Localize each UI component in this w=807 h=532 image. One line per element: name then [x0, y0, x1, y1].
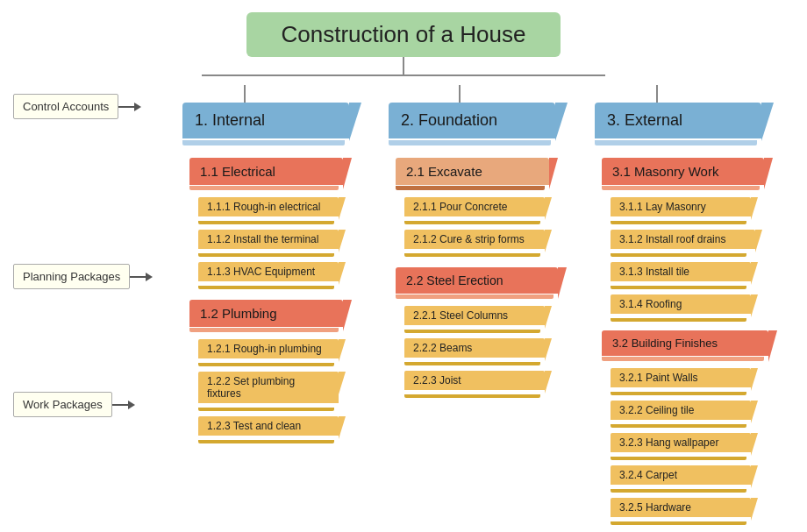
- pp-arrow: [130, 273, 153, 281]
- wp-steel-1: 2.2.1 Steel Columns: [404, 306, 545, 325]
- col-top-connector-3: [656, 85, 658, 103]
- wp-building-4: 3.2.4 Carpet: [611, 465, 751, 485]
- diagram-area: Control Accounts Planning Packages Work …: [0, 85, 807, 530]
- labels-column: Control Accounts Planning Packages Work …: [13, 85, 175, 530]
- control-accounts-row: Control Accounts: [13, 94, 141, 119]
- wp-building-1: 3.2.1 Paint Walls: [611, 368, 751, 387]
- pp-header-building: 3.2 Building Finishes: [602, 330, 768, 356]
- col-foundation: 2. Foundation 2.1 Excavate 2.1.1 Pour Co…: [382, 85, 588, 530]
- col-external: 3. External 3.1 Masonry Work 3.1.1 Lay M…: [588, 85, 794, 530]
- title-connector: [403, 57, 404, 74]
- ca-header-external: 3. External: [595, 103, 761, 138]
- col-top-connector: [244, 85, 246, 103]
- wp-plumbing-3: 1.2.3 Test and clean: [198, 416, 339, 436]
- col-internal: 1. Internal 1.1 Electrical 1.1.1 Rough-i…: [175, 85, 382, 530]
- wp-steel-3: 2.2.3 Joist: [404, 371, 545, 390]
- work-packages-row: Work Packages: [13, 392, 135, 417]
- ca-arrow: [118, 103, 141, 111]
- pp-header-masonry: 3.1 Masonry Work: [602, 158, 764, 185]
- title-text: Construction of a House: [282, 21, 526, 47]
- title-box: Construction of a House: [246, 12, 561, 57]
- title-area: Construction of a House: [0, 0, 807, 76]
- wp-excavate-2: 2.1.2 Cure & strip forms: [404, 230, 545, 249]
- wp-building-5: 3.2.5 Hardware: [611, 498, 751, 517]
- ca-header-foundation: 2. Foundation: [389, 103, 555, 138]
- wp-plumbing-2: 1.2.2 Set plumbing fixtures: [198, 372, 339, 403]
- planning-packages-box: Planning Packages: [13, 264, 130, 289]
- wp-arrow: [112, 401, 135, 409]
- top-h-line: [202, 74, 605, 76]
- col-top-connector-2: [459, 85, 461, 103]
- pp-header-excavate: 2.1 Excavate: [396, 158, 549, 185]
- wp-electrical-1: 1.1.1 Rough-in electrical: [198, 197, 339, 216]
- pp-header-electrical: 1.1 Electrical: [189, 158, 343, 185]
- wp-building-2: 3.2.2 Ceiling tile: [611, 401, 751, 420]
- wp-masonry-3: 3.1.3 Install tile: [611, 262, 751, 281]
- wp-building-3: 3.2.3 Hang wallpaper: [611, 433, 751, 452]
- ca-header-internal: 1. Internal: [182, 103, 349, 138]
- wp-electrical-2: 1.1.2 Install the terminal: [198, 230, 339, 249]
- wp-excavate-1: 2.1.1 Pour Concrete: [404, 197, 545, 216]
- wp-masonry-1: 3.1.1 Lay Masonry: [611, 197, 751, 216]
- wp-plumbing-1: 1.2.1 Rough-in plumbing: [198, 339, 339, 358]
- pp-header-plumbing: 1.2 Plumbing: [189, 300, 343, 327]
- work-packages-box: Work Packages: [13, 392, 112, 417]
- columns-area: 1. Internal 1.1 Electrical 1.1.1 Rough-i…: [175, 85, 794, 530]
- pp-header-steel: 2.2 Steel Erection: [396, 267, 558, 294]
- wp-steel-2: 2.2.2 Beams: [404, 338, 545, 358]
- wp-masonry-2: 3.1.2 Install roof drains: [611, 230, 755, 249]
- control-accounts-box: Control Accounts: [13, 94, 118, 119]
- wp-electrical-3: 1.1.3 HVAC Equipment: [198, 262, 339, 281]
- planning-packages-row: Planning Packages: [13, 264, 153, 289]
- wp-masonry-4: 3.1.4 Roofing: [611, 294, 751, 314]
